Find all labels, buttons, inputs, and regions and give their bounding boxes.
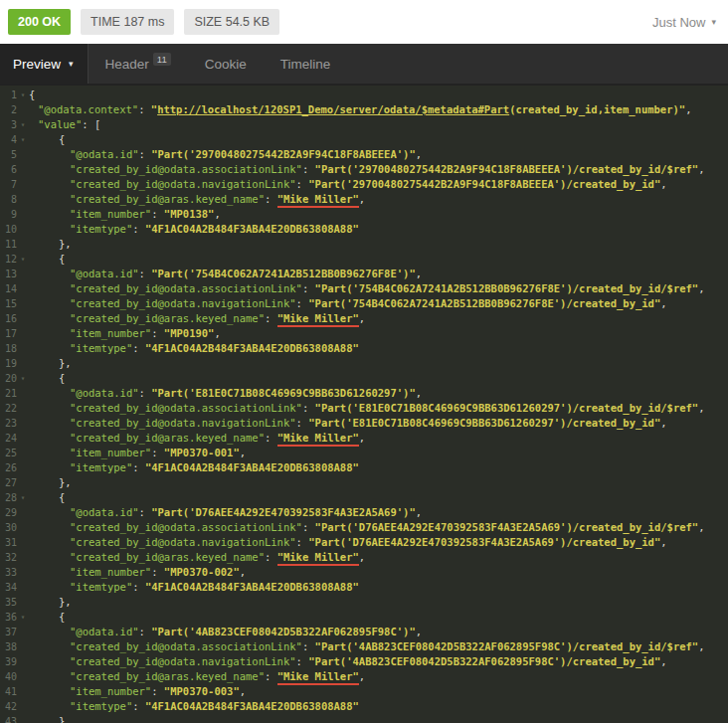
json-punctuation: : — [132, 342, 145, 354]
fold-toggle-icon — [17, 326, 29, 341]
code-line: 33"item_number": "MP0370-002", — [0, 565, 728, 580]
line-number: 9 — [0, 207, 17, 222]
code-line: 22"created_by_id@odata.associationLink":… — [0, 401, 728, 416]
code-text: }, — [29, 714, 72, 723]
line-number: 29 — [0, 505, 17, 520]
fold-toggle-icon — [17, 431, 29, 446]
json-string-value: "MP0190" — [164, 327, 215, 339]
code-line: 21"@odata.id": "Part('E81E0C71B08C46969C… — [0, 386, 728, 401]
json-punctuation: : — [132, 461, 145, 473]
json-string-value: "Part('E81E0C71B08C46969C9BB63D61260297'… — [315, 402, 699, 414]
json-string-value: "Part('4AB823CEF08042D5B322AF062895F98C'… — [308, 655, 660, 667]
json-punctuation: : — [151, 447, 164, 458]
json-string-value: "4F1AC04A2B484F3ABA4E20DB63808A88" — [145, 461, 359, 473]
line-number: 3 — [0, 117, 17, 132]
json-punctuation: , — [359, 670, 365, 682]
code-line: 42"itemtype": "4F1AC04A2B484F3ABA4E20DB6… — [0, 699, 728, 714]
code-line: 27}, — [0, 475, 728, 490]
code-line: 5"@odata.id": "Part('29700480275442B2A9F… — [0, 147, 728, 162]
line-number: 37 — [0, 625, 17, 639]
line-number: 35 — [0, 595, 17, 610]
code-line: 29"@odata.id": "Part('D76AEE4A292E470392… — [0, 505, 728, 520]
fold-toggle-icon — [17, 162, 29, 177]
code-line: 40"created_by_id@aras.keyed_name": "Mike… — [0, 669, 728, 684]
json-string-value: "Part('4AB823CEF08042D5B322AF062895F98C'… — [151, 626, 416, 637]
json-key: "created_by_id@odata.navigationLink" — [70, 297, 296, 309]
code-text: "value": [ — [29, 117, 100, 132]
code-text: }, — [29, 475, 72, 490]
tab-cookie[interactable]: Cookie — [188, 44, 264, 84]
line-number: 24 — [0, 431, 17, 446]
code-text: "item_number": "MP0370-003", — [29, 684, 246, 699]
json-punctuation: : — [265, 312, 277, 324]
code-line: 34"itemtype": "4F1AC04A2B484F3ABA4E20DB6… — [0, 580, 728, 595]
code-text: { — [29, 132, 65, 147]
fold-toggle-icon[interactable]: ▾ — [17, 88, 29, 102]
chevron-down-icon: ▾ — [711, 17, 716, 27]
fold-toggle-icon — [17, 267, 29, 281]
fold-toggle-icon[interactable]: ▾ — [17, 371, 29, 386]
json-key: "created_by_id@aras.keyed_name" — [70, 312, 265, 324]
json-punctuation: : — [296, 297, 309, 309]
json-punctuation: }, — [59, 476, 72, 488]
json-punctuation: , — [214, 327, 220, 339]
json-punctuation: , — [416, 268, 422, 279]
code-line: 23"created_by_id@odata.navigationLink": … — [0, 416, 728, 431]
code-line: 36▾{ — [0, 610, 728, 625]
code-line: 17"item_number": "MP0190", — [0, 326, 728, 341]
fold-toggle-icon — [17, 237, 29, 252]
line-number: 19 — [0, 356, 17, 371]
fold-toggle-icon[interactable]: ▾ — [17, 490, 29, 505]
json-punctuation: : — [139, 387, 152, 399]
fold-toggle-icon[interactable]: ▾ — [17, 610, 29, 625]
json-punctuation: : — [302, 640, 315, 652]
fold-toggle-icon[interactable]: ▾ — [17, 132, 29, 147]
fold-toggle-icon[interactable]: ▾ — [17, 117, 29, 132]
odata-context-link[interactable]: http://localhost/120SP1_Demo/server/odat… — [157, 103, 509, 115]
highlighted-keyed-name: "Mike Miller" — [277, 193, 359, 208]
fold-toggle-icon — [17, 192, 29, 207]
json-string-value: "MP0370-001" — [164, 447, 240, 458]
code-text: { — [29, 371, 65, 386]
fold-toggle-icon — [17, 147, 29, 162]
line-number: 28 — [0, 490, 17, 505]
highlighted-keyed-name: "Mike Miller" — [277, 432, 359, 447]
code-line: 2"@odata.context": "http://localhost/120… — [0, 102, 728, 117]
json-key: "itemtype" — [70, 581, 132, 593]
line-number: 2 — [0, 102, 17, 117]
code-text: "created_by_id@odata.associationLink": "… — [29, 639, 705, 654]
response-preview-editor: 1▾{2"@odata.context": "http://localhost/… — [0, 86, 728, 723]
json-string-value: "4F1AC04A2B484F3ABA4E20DB63808A88" — [145, 342, 359, 354]
line-number: 13 — [0, 267, 17, 281]
json-string-value: "Part('E81E0C71B08C46969C9BB63D61260297'… — [308, 417, 660, 429]
line-number: 5 — [0, 147, 17, 162]
header-count-badge: 11 — [153, 53, 171, 66]
json-key: "item_number" — [70, 685, 151, 697]
tab-timeline[interactable]: Timeline — [264, 44, 348, 84]
code-text: { — [29, 252, 65, 267]
json-punctuation: : — [265, 670, 277, 682]
json-punctuation: , — [240, 685, 246, 697]
json-punctuation: , — [698, 521, 704, 533]
code-text: "@odata.context": "http://localhost/120S… — [29, 102, 692, 117]
json-key: "@odata.id" — [70, 387, 139, 399]
json-punctuation: , — [660, 178, 666, 190]
line-number: 4 — [0, 132, 17, 147]
json-key: "itemtype" — [70, 342, 132, 354]
json-string-value: "Part('754B4C062A7241A2B512BB0B96276F8E'… — [308, 297, 660, 309]
code-text: "itemtype": "4F1AC04A2B484F3ABA4E20DB638… — [29, 580, 359, 595]
code-text: "created_by_id@aras.keyed_name": "Mike M… — [29, 431, 365, 446]
json-punctuation: }, — [59, 238, 72, 250]
line-number: 41 — [0, 684, 17, 699]
json-punctuation: : — [139, 626, 152, 637]
fold-toggle-icon[interactable]: ▾ — [17, 252, 29, 267]
json-punctuation: , — [660, 655, 666, 667]
tab-preview[interactable]: Preview ▾ — [0, 44, 89, 84]
response-history-dropdown[interactable]: Just Now ▾ — [652, 15, 716, 30]
code-line: 32"created_by_id@aras.keyed_name": "Mike… — [0, 550, 728, 565]
json-punctuation: : — [302, 402, 315, 414]
code-text: "itemtype": "4F1AC04A2B484F3ABA4E20DB638… — [29, 222, 359, 237]
fold-toggle-icon — [17, 535, 29, 550]
json-punctuation: , — [359, 193, 365, 205]
tab-header[interactable]: Header 11 — [89, 44, 188, 84]
